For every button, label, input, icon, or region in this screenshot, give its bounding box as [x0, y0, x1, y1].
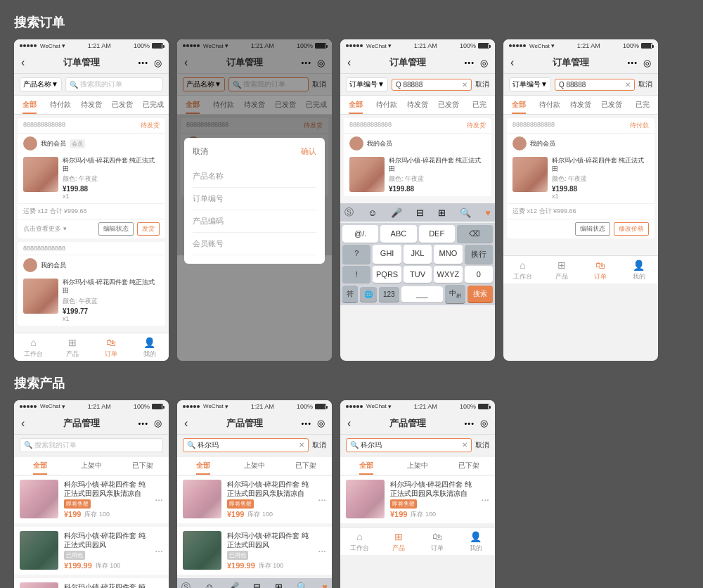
key-q[interactable]: ?	[342, 245, 370, 264]
key-globe[interactable]: 🌐	[360, 287, 377, 302]
more-dots-p1-1[interactable]: ···	[155, 494, 163, 505]
modal-item-1[interactable]: 产品名称	[193, 165, 316, 188]
cancel-btn-4[interactable]: 取消	[638, 79, 652, 89]
key-ex[interactable]: !	[342, 266, 370, 283]
kb-icon-search-p2[interactable]: 🔍	[297, 582, 308, 588]
key-enter[interactable]: 换行	[465, 245, 493, 264]
key-sym[interactable]: 符	[342, 286, 358, 302]
more-dots-p1-2[interactable]: ···	[155, 545, 163, 556]
more-icon-4[interactable]: •••	[627, 58, 638, 67]
tab-on-p1[interactable]: 上架中	[65, 456, 117, 475]
key-jkl[interactable]: JKL	[404, 245, 432, 264]
clear-icon-p3[interactable]: ✕	[462, 441, 467, 449]
kb-icon-img-p2[interactable]: ⊟	[253, 582, 261, 588]
tab-all-p1[interactable]: 全部	[14, 456, 65, 475]
tab-all-p3[interactable]: 全部	[340, 456, 392, 475]
see-more-1[interactable]: 点击查看更多 ▾	[23, 224, 67, 234]
tab-ship-3[interactable]: 待发货	[402, 96, 433, 114]
key-chinese[interactable]: 中拼	[445, 285, 465, 303]
clear-icon-4[interactable]: ✕	[625, 81, 631, 89]
search-dropdown-4[interactable]: 订单编号▼	[509, 77, 551, 91]
cancel-btn-3[interactable]: 取消	[475, 79, 489, 89]
key-at[interactable]: @/.	[342, 225, 378, 243]
key-abc[interactable]: ABC	[380, 225, 416, 243]
key-zero[interactable]: 0	[465, 266, 493, 283]
bottom-tab-home-p3[interactable]: ⌂ 工作台	[340, 531, 379, 553]
modal-item-2[interactable]: 订单编号	[193, 188, 316, 210]
key-search-btn[interactable]: 搜索	[467, 286, 493, 302]
bottom-tab-home-4[interactable]: ⌂ 工作台	[503, 260, 542, 281]
search-input-wrap-4[interactable]: Q 88888 ✕	[555, 79, 635, 91]
target-icon-4[interactable]: ◎	[643, 58, 651, 68]
tab-done-1[interactable]: 已完成	[138, 96, 169, 114]
kb-icon-emoji-p2[interactable]: ☺	[205, 582, 214, 588]
tab-pending-1[interactable]: 待付款	[45, 96, 76, 114]
tab-off-p3[interactable]: 已下架	[444, 456, 495, 475]
tab-ship-4[interactable]: 待发货	[565, 96, 596, 114]
key-mno[interactable]: MNO	[434, 245, 462, 264]
bottom-tab-me-p3[interactable]: 👤 我的	[456, 531, 495, 553]
search-input-p2[interactable]: 🔍 科尔玛 ✕	[183, 438, 309, 452]
bottom-tab-order-1[interactable]: 🛍 订单	[91, 337, 130, 359]
kb-icon-search[interactable]: 🔍	[460, 207, 471, 218]
tab-done-3[interactable]: 已完	[464, 96, 495, 114]
search-input-p1[interactable]: 🔍 搜索我的订单	[20, 438, 163, 452]
key-ghi[interactable]: GHI	[373, 245, 401, 264]
key-wxyz[interactable]: WXYZ	[434, 266, 462, 283]
more-icon-1[interactable]: •••	[138, 58, 148, 67]
tab-off-p1[interactable]: 已下架	[117, 456, 169, 475]
key-def[interactable]: DEF	[419, 225, 455, 243]
more-icon-3[interactable]: •••	[464, 58, 475, 67]
tab-shipped-1[interactable]: 已发货	[107, 96, 138, 114]
tab-pending-3[interactable]: 待付款	[371, 96, 402, 114]
edit-status-btn-1[interactable]: 编辑状态	[98, 222, 134, 236]
tab-on-p2[interactable]: 上架中	[228, 456, 280, 475]
kb-icon-grid-p2[interactable]: ⊞	[275, 582, 283, 588]
cancel-btn-p3[interactable]: 取消	[475, 440, 489, 450]
search-input-wrap-3[interactable]: Q 88888 ✕	[392, 79, 472, 91]
bottom-tab-product-p3[interactable]: ⊞ 产品	[379, 531, 418, 553]
tab-shipped-3[interactable]: 已发货	[433, 96, 464, 114]
clear-icon-3[interactable]: ✕	[462, 81, 467, 89]
tab-all-p2[interactable]: 全部	[177, 456, 228, 475]
modify-price-btn-4[interactable]: 修改价格	[614, 222, 649, 236]
kb-icon-grid[interactable]: ⊞	[438, 207, 446, 218]
search-dropdown-1[interactable]: 产品名称▼	[20, 77, 62, 91]
tab-ship-1[interactable]: 待发货	[76, 96, 107, 114]
tab-pending-4[interactable]: 待付款	[534, 96, 565, 114]
key-space[interactable]: ___	[401, 286, 443, 302]
clear-icon-p2[interactable]: ✕	[299, 441, 304, 449]
cancel-btn-p2[interactable]: 取消	[312, 440, 326, 450]
modal-item-3[interactable]: 产品编码	[193, 210, 316, 233]
bottom-tab-product-4[interactable]: ⊞ 产品	[542, 260, 581, 281]
bottom-tab-order-4[interactable]: 🛍 订单	[581, 260, 619, 281]
kb-icon-s[interactable]: Ⓢ	[344, 206, 354, 219]
kb-icon-heart-p2[interactable]: ♥	[322, 582, 328, 588]
key-tuv[interactable]: TUV	[404, 266, 432, 283]
tab-all-4[interactable]: 全部	[503, 96, 534, 114]
tab-on-p3[interactable]: 上架中	[392, 456, 443, 475]
kb-icon-img[interactable]: ⊟	[416, 207, 424, 218]
modal-cancel-btn[interactable]: 取消	[193, 146, 208, 157]
target-icon-1[interactable]: ◎	[154, 58, 162, 68]
modal-confirm-btn[interactable]: 确认	[301, 146, 316, 157]
search-dropdown-3[interactable]: 订单编号▼	[346, 77, 388, 91]
bottom-tab-me-1[interactable]: 👤 我的	[130, 337, 169, 359]
edit-status-btn-4[interactable]: 编辑状态	[575, 222, 610, 236]
kb-icon-s-p2[interactable]: Ⓢ	[181, 581, 191, 588]
key-pqrs[interactable]: PQRS	[373, 266, 401, 283]
key-123[interactable]: 123	[379, 287, 399, 302]
tab-all-3[interactable]: 全部	[340, 96, 371, 114]
search-input-wrap-1[interactable]: 🔍 搜索我的订单	[65, 77, 163, 91]
tab-shipped-4[interactable]: 已发货	[596, 96, 627, 114]
modal-item-4[interactable]: 会员账号	[193, 233, 316, 255]
tab-done-4[interactable]: 已完	[627, 96, 658, 114]
kb-icon-emoji[interactable]: ☺	[368, 207, 377, 218]
kb-icon-mic-p2[interactable]: 🎤	[228, 582, 239, 588]
kb-icon-heart[interactable]: ♥	[485, 207, 491, 218]
bottom-tab-home-1[interactable]: ⌂ 工作台	[14, 337, 53, 359]
search-input-p3[interactable]: 🔍 科尔玛 ✕	[346, 438, 472, 452]
key-del[interactable]: ⌫	[457, 225, 493, 243]
target-icon-3[interactable]: ◎	[480, 58, 488, 68]
bottom-tab-order-p3[interactable]: 🛍 订单	[418, 531, 456, 553]
